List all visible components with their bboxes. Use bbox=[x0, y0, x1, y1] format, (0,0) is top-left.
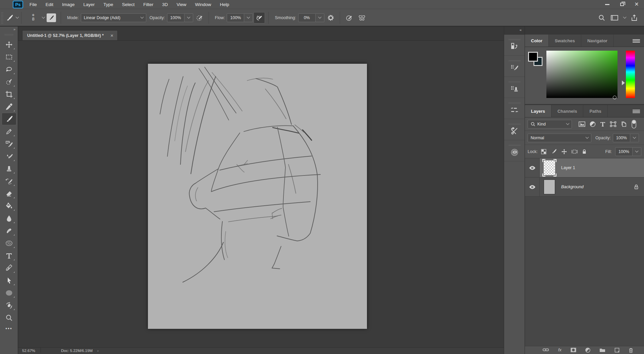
opacity-value[interactable]: 100% bbox=[167, 13, 184, 22]
tool-preset-picker[interactable] bbox=[4, 12, 15, 23]
opacity-pressure-button[interactable] bbox=[194, 12, 205, 23]
saturation-brightness-field[interactable] bbox=[546, 51, 618, 98]
brush-tool[interactable] bbox=[2, 113, 16, 125]
smoothing-chevron[interactable] bbox=[316, 13, 324, 22]
filter-shape-layer-icon[interactable] bbox=[610, 121, 616, 127]
color-field-indicator[interactable] bbox=[613, 96, 616, 99]
menu-image[interactable]: Image bbox=[58, 0, 79, 9]
tab-navigator[interactable]: Navigator bbox=[581, 35, 614, 47]
workspace-switcher-icon[interactable] bbox=[610, 14, 619, 21]
layer-style-button[interactable]: fx bbox=[558, 348, 561, 352]
smoothing-field[interactable]: 0% bbox=[298, 13, 324, 22]
brush-size-preview[interactable]: ✻ 8 bbox=[29, 14, 38, 21]
layer-row-background[interactable]: Background bbox=[525, 178, 644, 197]
filter-pixel-layer-icon[interactable] bbox=[578, 121, 586, 127]
pen-tool[interactable] bbox=[2, 262, 16, 274]
sponge-tool[interactable] bbox=[2, 237, 16, 249]
filter-type-layer-icon[interactable] bbox=[600, 121, 605, 127]
layer1-name[interactable]: Layer 1 bbox=[561, 165, 575, 170]
blend-mode-dropdown[interactable]: Linear Dodge (Add) bbox=[81, 13, 146, 22]
airbrush-toggle-button[interactable] bbox=[254, 12, 265, 23]
tab-close-icon[interactable]: × bbox=[110, 33, 113, 38]
toolbar-grip[interactable] bbox=[5, 34, 13, 36]
crop-tool[interactable] bbox=[2, 88, 16, 100]
filter-smart-object-icon[interactable] bbox=[621, 121, 627, 127]
move-tool[interactable] bbox=[2, 38, 16, 51]
menu-file[interactable]: File bbox=[25, 0, 41, 9]
layer-opacity-field[interactable]: 100% bbox=[613, 134, 639, 142]
fill-field[interactable]: 100% bbox=[615, 147, 641, 156]
smoothing-options-button[interactable] bbox=[325, 12, 336, 23]
background-name[interactable]: Background bbox=[561, 185, 584, 189]
new-group-icon[interactable] bbox=[599, 348, 605, 352]
eraser-tool[interactable] bbox=[2, 187, 16, 200]
menu-layer[interactable]: Layer bbox=[79, 0, 99, 9]
document-size-readout[interactable]: Doc: 5.22M/6.19M bbox=[41, 348, 97, 353]
type-tool[interactable] bbox=[2, 249, 16, 262]
lock-artboard-icon[interactable] bbox=[572, 149, 578, 154]
lock-transparency-icon[interactable] bbox=[541, 149, 546, 154]
filter-toggle-pill[interactable] bbox=[631, 119, 637, 129]
menu-view[interactable]: View bbox=[172, 0, 191, 9]
menu-edit[interactable]: Edit bbox=[41, 0, 58, 9]
tool-presets-panel-button[interactable] bbox=[504, 119, 525, 140]
menu-help[interactable]: Help bbox=[215, 0, 233, 9]
art-history-brush-tool[interactable] bbox=[2, 175, 16, 187]
tool-preset-chevron-icon[interactable] bbox=[16, 15, 19, 19]
fill-value[interactable]: 100% bbox=[615, 147, 633, 156]
eyedropper-tool[interactable] bbox=[2, 100, 16, 113]
restore-button[interactable] bbox=[614, 0, 629, 8]
layer1-thumbnail[interactable] bbox=[543, 160, 556, 176]
share-icon[interactable] bbox=[631, 14, 638, 21]
minimize-button[interactable] bbox=[600, 0, 614, 8]
flow-value[interactable]: 100% bbox=[227, 13, 244, 22]
rotate-view-tool[interactable] bbox=[2, 299, 16, 311]
dock-collapse-button[interactable]: « bbox=[504, 27, 525, 35]
lasso-tool[interactable] bbox=[2, 63, 16, 75]
history-brush-tool[interactable] bbox=[2, 138, 16, 150]
layer-blend-mode-dropdown[interactable]: Normal bbox=[528, 134, 591, 142]
new-adjustment-layer-icon[interactable] bbox=[585, 348, 590, 353]
menu-3d[interactable]: 3D bbox=[158, 0, 172, 9]
path-selection-tool[interactable] bbox=[2, 274, 16, 287]
symmetry-button[interactable] bbox=[356, 12, 368, 23]
paint-bucket-tool[interactable] bbox=[2, 200, 16, 212]
canvas-pasteboard[interactable] bbox=[18, 41, 504, 347]
close-button[interactable]: ✕ bbox=[629, 0, 644, 8]
brushes-panel-button[interactable] bbox=[504, 98, 525, 119]
layer-lock-icon[interactable] bbox=[634, 184, 639, 190]
link-layers-icon[interactable] bbox=[542, 348, 549, 352]
new-layer-icon[interactable] bbox=[614, 348, 620, 353]
layer1-visibility-toggle[interactable] bbox=[525, 158, 540, 177]
brush-settings-panel-button[interactable] bbox=[504, 56, 525, 77]
menu-type[interactable]: Type bbox=[99, 0, 117, 9]
menu-select[interactable]: Select bbox=[118, 0, 139, 9]
search-icon[interactable] bbox=[598, 14, 605, 21]
smudge-tool[interactable] bbox=[2, 224, 16, 237]
menu-filter[interactable]: Filter bbox=[139, 0, 158, 9]
status-options-chevron[interactable]: › bbox=[97, 348, 99, 353]
canvas[interactable] bbox=[148, 64, 367, 329]
creative-cloud-panel-button[interactable] bbox=[504, 140, 525, 161]
workspace-chevron-icon[interactable] bbox=[623, 15, 627, 19]
toolbar-expand-button[interactable]: » bbox=[0, 27, 18, 33]
hue-slider-arrow[interactable] bbox=[622, 81, 625, 85]
tab-paths[interactable]: Paths bbox=[583, 105, 607, 117]
opacity-chevron[interactable] bbox=[184, 13, 193, 22]
tab-layers[interactable]: Layers bbox=[525, 105, 551, 117]
add-layer-mask-icon[interactable] bbox=[571, 348, 576, 352]
kind-filter-dropdown[interactable]: Kind bbox=[528, 120, 572, 129]
options-grip[interactable] bbox=[1, 12, 3, 23]
menu-window[interactable]: Window bbox=[191, 0, 215, 9]
flow-field[interactable]: 100% bbox=[227, 13, 253, 22]
delete-layer-icon[interactable] bbox=[629, 348, 633, 353]
fill-chevron[interactable] bbox=[633, 147, 641, 156]
lock-pixels-icon[interactable] bbox=[551, 149, 557, 155]
clone-source-panel-button[interactable] bbox=[504, 77, 525, 98]
brush-picker-chevron-icon[interactable] bbox=[42, 15, 45, 19]
document-tab[interactable]: Untitled-1 @ 52.7% (Layer 1, RGB/8#) * × bbox=[22, 30, 118, 40]
blur-tool[interactable] bbox=[2, 212, 16, 224]
smoothing-value[interactable]: 0% bbox=[298, 13, 316, 22]
background-thumbnail[interactable] bbox=[543, 179, 556, 195]
pencil-tool[interactable] bbox=[2, 125, 16, 138]
